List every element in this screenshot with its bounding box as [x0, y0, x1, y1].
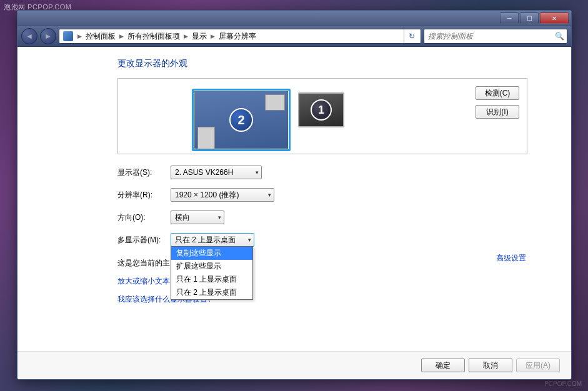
resolution-select[interactable]: 1920 × 1200 (推荐)	[171, 188, 274, 202]
advanced-settings-link[interactable]: 高级设置	[496, 253, 526, 264]
breadcrumb: ▶控制面板 ▶所有控制面板项 ▶显示 ▶屏幕分辨率	[76, 31, 258, 42]
dropdown-option[interactable]: 只在 2 上显示桌面	[171, 286, 252, 299]
close-button[interactable]: ✕	[540, 12, 569, 24]
breadcrumb-item[interactable]: 屏幕分辨率	[217, 31, 258, 42]
monitor-number-badge: 1	[311, 99, 332, 121]
maximize-button[interactable]: ☐	[520, 12, 539, 24]
multi-display-dropdown: 复制这些显示 扩展这些显示 只在 1 上显示桌面 只在 2 上显示桌面	[171, 246, 253, 300]
search-input[interactable]	[427, 31, 555, 41]
breadcrumb-item[interactable]: 显示	[190, 31, 209, 42]
search-icon[interactable]: 🔍	[555, 32, 564, 41]
monitor-number-badge: 2	[229, 108, 253, 132]
display-label: 显示器(S):	[117, 167, 171, 178]
search-box[interactable]: 🔍	[424, 29, 567, 44]
dialog-footer: 确定 取消 应用(A)	[17, 351, 571, 379]
address-bar[interactable]: ▶控制面板 ▶所有控制面板项 ▶显示 ▶屏幕分辨率 ↻	[59, 29, 421, 44]
monitor-2[interactable]: 2	[192, 89, 291, 151]
orientation-select[interactable]: 横向	[171, 210, 224, 224]
cancel-button[interactable]: 取消	[469, 359, 512, 372]
detect-button[interactable]: 检测(C)	[476, 86, 519, 100]
monitor-arrangement-box[interactable]: 2 1 检测(C) 识别(I)	[117, 78, 527, 154]
thumbnail-window-icon	[265, 94, 285, 111]
breadcrumb-item[interactable]: 所有控制面板项	[126, 31, 182, 42]
breadcrumb-item[interactable]: 控制面板	[84, 31, 117, 42]
display-select[interactable]: 2. ASUS VK266H	[171, 166, 262, 179]
multi-display-select[interactable]: 只在 2 上显示桌面	[171, 233, 254, 247]
refresh-button[interactable]: ↻	[404, 29, 419, 43]
ok-button[interactable]: 确定	[421, 359, 465, 372]
control-panel-icon	[63, 31, 73, 41]
thumbnail-window-icon	[197, 127, 215, 149]
dropdown-option[interactable]: 复制这些显示	[171, 247, 252, 260]
dropdown-option[interactable]: 扩展这些显示	[171, 260, 252, 273]
forward-button[interactable]: ►	[40, 28, 56, 44]
back-button[interactable]: ◄	[21, 28, 37, 44]
window-screen-resolution: ─ ☐ ✕ ◄ ► ▶控制面板 ▶所有控制面板项 ▶显示 ▶屏幕分辨率 ↻ 🔍 …	[17, 10, 572, 380]
minimize-button[interactable]: ─	[500, 12, 519, 24]
titlebar: ─ ☐ ✕	[17, 11, 571, 26]
apply-button[interactable]: 应用(A)	[516, 359, 560, 372]
orientation-label: 方向(O):	[117, 212, 171, 223]
navigation-bar: ◄ ► ▶控制面板 ▶所有控制面板项 ▶显示 ▶屏幕分辨率 ↻ 🔍	[17, 26, 571, 47]
content-area: 更改显示器的外观 2 1 检测(C) 识别(I) 显示器(S): 2. ASUS…	[17, 47, 571, 379]
multi-display-label: 多显示器(M):	[117, 235, 171, 245]
dropdown-option[interactable]: 只在 1 上显示桌面	[171, 273, 252, 286]
page-title: 更改显示器的外观	[117, 58, 527, 69]
identify-button[interactable]: 识别(I)	[476, 105, 519, 119]
watermark-bottom-right: PCPOP.COM	[544, 380, 582, 387]
resolution-label: 分辨率(R):	[117, 190, 171, 200]
monitor-1[interactable]: 1	[298, 92, 344, 127]
